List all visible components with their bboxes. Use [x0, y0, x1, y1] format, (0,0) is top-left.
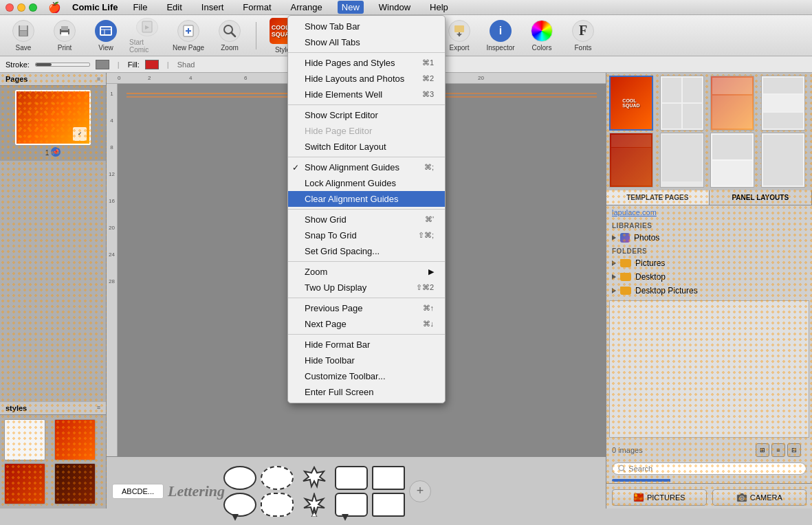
shade-label: Shad	[177, 60, 195, 69]
balloon-rect-2[interactable]	[335, 493, 368, 517]
menu-snap-to-grid[interactable]: Snap To Grid ⇧⌘;	[288, 227, 445, 243]
fill-label: Fill:	[128, 60, 140, 69]
menu-set-grid-spacing[interactable]: Set Grid Spacing...	[288, 243, 445, 259]
template-thumb-8[interactable]	[761, 133, 805, 188]
menu-hide-layouts-photos[interactable]: Hide Layouts and Photos ⌘2	[288, 71, 445, 87]
menu-lock-alignment-guides[interactable]: Lock Alignment Guides	[288, 175, 445, 191]
minimize-button[interactable]	[17, 3, 25, 12]
two-up-display-label: Two Up Display	[305, 282, 366, 293]
export-button[interactable]: Export	[441, 18, 477, 54]
show-script-editor-label: Show Script Editor	[305, 110, 378, 120]
menu-hide-toolbar[interactable]: Hide Toolbar	[288, 353, 445, 368]
menu-show-grid[interactable]: Show Grid ⌘'	[288, 212, 445, 227]
template-thumb-4[interactable]	[761, 76, 805, 131]
menu-two-up-display[interactable]: Two Up Display ⇧⌘2	[288, 280, 445, 295]
template-thumb-1[interactable]: COOLSQUAD	[609, 76, 653, 131]
hide-toolbar-label: Hide Toolbar	[305, 355, 355, 366]
menu-show-tab-bar[interactable]: Show Tab Bar	[288, 19, 445, 34]
style-red2[interactable]	[4, 463, 45, 504]
menu-hide-format-bar[interactable]: Hide Format Bar	[288, 337, 445, 353]
abcde-box[interactable]: ABCDE...	[112, 484, 164, 499]
menu-help[interactable]: Help	[426, 1, 452, 14]
desktop-folder-icon	[620, 273, 631, 281]
apple-menu[interactable]: 🍎	[48, 1, 61, 14]
menu-hide-elements-well[interactable]: Hide Elements Well ⌘3	[288, 87, 445, 102]
menu-window[interactable]: Window	[375, 1, 415, 14]
svg-rect-1	[20, 25, 27, 30]
style-red1[interactable]	[54, 419, 96, 460]
pictures-folder-icon	[620, 259, 631, 267]
menu-zoom[interactable]: Zoom ▶	[288, 264, 445, 280]
balloon-oval-1[interactable]	[223, 466, 256, 490]
show-tab-bar-label: Show Tab Bar	[305, 21, 360, 32]
balloon-rect-4[interactable]	[372, 493, 405, 517]
menu-enter-full-screen[interactable]: Enter Full Screen	[288, 384, 445, 400]
new-page-button[interactable]: New Page	[171, 18, 206, 54]
print-label: Print	[58, 44, 72, 52]
balloon-rect-1[interactable]	[335, 466, 368, 490]
balloon-spiky-2[interactable]	[298, 493, 331, 517]
menu-hide-pages-styles[interactable]: Hide Pages and Styles ⌘1	[288, 55, 445, 71]
svg-marker-31	[304, 494, 325, 514]
fonts-button[interactable]: F Fonts	[565, 18, 601, 54]
svg-rect-6	[100, 27, 111, 35]
balloon-oval-2[interactable]	[223, 493, 256, 517]
template-thumb-3[interactable]	[710, 76, 754, 131]
menu-customize-toolbar[interactable]: Customize Toolbar...	[288, 368, 445, 384]
menu-insert[interactable]: Insert	[197, 1, 228, 14]
template-thumb-7[interactable]	[710, 133, 754, 188]
template-thumb-5[interactable]	[609, 133, 653, 188]
colors-button[interactable]: Colors	[524, 18, 560, 54]
show-grid-shortcut: ⌘'	[425, 215, 434, 224]
balloon-cloud-2[interactable]	[261, 493, 294, 517]
colors-label: Colors	[532, 44, 552, 52]
zoom-button[interactable]: Zoom	[212, 18, 248, 54]
balloon-rect-3[interactable]	[372, 466, 405, 490]
stroke-label: Stroke:	[6, 60, 30, 69]
show-alignment-guides-shortcut: ⌘;	[424, 163, 434, 172]
export-label: Export	[450, 44, 470, 52]
hide-layouts-photos-label: Hide Layouts and Photos	[305, 74, 404, 84]
view-label: View	[98, 44, 113, 52]
menu-new[interactable]: New	[338, 1, 364, 14]
menu-show-all-tabs[interactable]: Show All Tabs	[288, 34, 445, 50]
menu-show-script-editor[interactable]: Show Script Editor	[288, 107, 445, 123]
style-dark[interactable]	[54, 463, 96, 504]
start-comic-button[interactable]: ▶ Start Comic	[129, 18, 165, 54]
lettering-abcde-group: ABCDE...	[112, 484, 164, 499]
menu-edit[interactable]: Edit	[162, 1, 186, 14]
inspector-button[interactable]: i Inspector	[483, 18, 518, 54]
balloon-cloud-1[interactable]	[261, 466, 294, 490]
svg-rect-19	[454, 25, 464, 32]
zoom-menu-label: Zoom	[305, 267, 327, 277]
app-name[interactable]: Comic Life	[72, 2, 118, 12]
customize-toolbar-label: Customize Toolbar...	[305, 371, 386, 381]
zoom-label: Zoom	[221, 44, 239, 52]
menu-arrange[interactable]: Arrange	[287, 1, 327, 14]
menu-previous-page[interactable]: Previous Page ⌘↑	[288, 300, 445, 316]
svg-rect-4	[61, 26, 68, 30]
menu-switch-editor-layout[interactable]: Switch Editor Layout	[288, 139, 445, 155]
set-grid-spacing-label: Set Grid Spacing...	[305, 246, 380, 256]
svg-marker-21	[457, 34, 462, 36]
previous-page-label: Previous Page	[305, 303, 363, 313]
menu-next-page[interactable]: Next Page ⌘↓	[288, 316, 445, 332]
menu-file[interactable]: File	[129, 1, 151, 14]
menu-format[interactable]: Format	[239, 1, 275, 14]
close-button[interactable]	[6, 3, 14, 12]
menu-clear-alignment-guides[interactable]: Clear Alignment Guides	[288, 191, 445, 207]
maximize-button[interactable]	[29, 3, 37, 12]
lettering-text-group: Lettering	[168, 482, 219, 500]
menu-show-alignment-guides[interactable]: ✓ Show Alignment Guides ⌘;	[288, 159, 445, 175]
save-button[interactable]: Save	[6, 18, 41, 54]
balloon-spiky-1[interactable]	[298, 466, 331, 490]
menu-bar: 🍎 Comic Life File Edit Insert Format Arr…	[0, 0, 812, 15]
template-thumb-2[interactable]	[660, 76, 704, 131]
print-button[interactable]: Print	[47, 18, 83, 54]
view-button[interactable]: View	[88, 18, 124, 54]
more-balloons-button[interactable]: +	[409, 480, 431, 502]
inspector-label: Inspector	[486, 44, 514, 52]
zoom-arrow: ▶	[428, 267, 434, 276]
lettering-text[interactable]: Lettering	[168, 482, 219, 500]
template-thumb-6[interactable]	[660, 133, 704, 188]
